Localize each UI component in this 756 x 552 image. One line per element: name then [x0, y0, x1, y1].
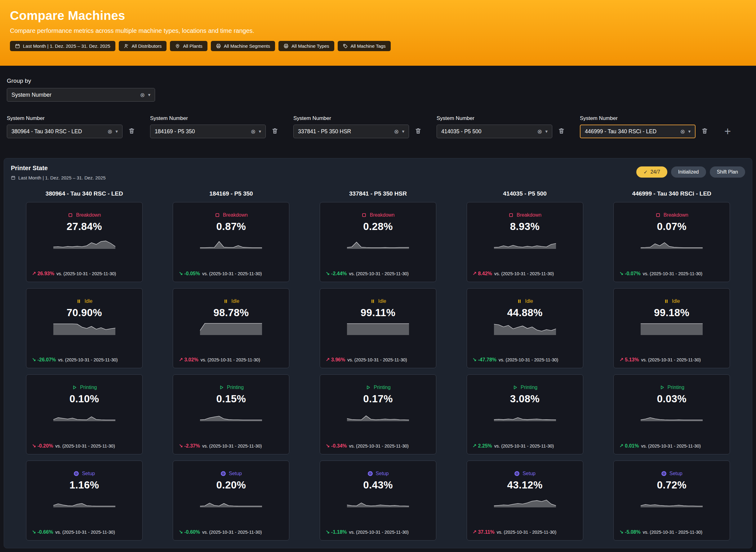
system-number-select[interactable]: 184169 - P5 350⊗▾ [150, 125, 266, 138]
chevron-down-icon[interactable]: ▾ [688, 129, 690, 134]
metric-card-printing-414035-p5-500: Printing3.08%↗ 2.25%vs. (2025-10-31 - 20… [467, 375, 583, 454]
column-header-446999-tau-340-rsci-led: 446999 - Tau 340 RSCi - LED [598, 190, 745, 197]
clear-icon[interactable]: ⊗ [108, 128, 113, 135]
system-number-select[interactable]: 380964 - Tau 340 RSC - LED⊗▾ [7, 125, 122, 138]
metric-cards-grid: Breakdown27.84%↗ 26.93%vs. (2025-10-31 -… [11, 202, 745, 541]
printing-icon [512, 385, 518, 390]
system-number-select[interactable]: 446999 - Tau 340 RSCi - LED⊗▾ [580, 125, 696, 138]
idle-icon [517, 298, 522, 304]
trash-icon [128, 127, 135, 135]
trend-up-icon: ↗ [619, 443, 625, 448]
trend-down-icon: ↘ [326, 271, 331, 276]
delete-selector-button[interactable] [701, 127, 708, 135]
panel-button-initialized[interactable]: Initialized [671, 166, 706, 177]
setup-icon [221, 471, 226, 476]
metric-value: 44.88% [507, 307, 542, 319]
system-number-select[interactable]: 337841 - P5 350 HSR⊗▾ [293, 125, 409, 138]
filter-chip-last-month-1-dez-2025-31-dez-2025[interactable]: Last Month | 1. Dez. 2025 – 31. Dez. 202… [10, 41, 115, 51]
sparkline-chart [200, 235, 262, 249]
comparison-period: vs. (2025-10-31 - 2025-11-30) [494, 443, 554, 448]
metric-head: Idle [76, 298, 92, 304]
page-subtitle: Compare performance metrics across multi… [10, 27, 746, 34]
filter-chip-all-plants[interactable]: All Plants [170, 41, 208, 51]
filter-bar: Last Month | 1. Dez. 2025 – 31. Dez. 202… [10, 41, 746, 51]
trend-percent: 0.01% [625, 443, 639, 448]
sparkline-chart [200, 494, 262, 507]
comparison-period: vs. (2025-10-31 - 2025-11-30) [497, 530, 556, 535]
trend-up-icon: ↗ [473, 529, 478, 535]
trend-up-icon: ↗ [473, 443, 478, 448]
chevron-down-icon[interactable]: ▾ [259, 129, 261, 134]
trend-line: ↗ 0.01%vs. (2025-10-31 - 2025-11-30) [619, 442, 724, 450]
chevron-down-icon[interactable]: ▾ [115, 129, 118, 134]
chevron-down-icon[interactable]: ▾ [402, 129, 404, 134]
sparkline-chart [53, 321, 115, 335]
filter-chip-all-distributors[interactable]: All Distributors [119, 41, 167, 51]
metric-value: 98.78% [213, 307, 249, 319]
metric-card-printing-184169-p5-350: Printing0.15%↘ -2.37%vs. (2025-10-31 - 2… [173, 375, 289, 454]
filter-chip-all-machine-tags[interactable]: All Machine Tags [338, 41, 391, 51]
metric-label: Breakdown [370, 212, 394, 218]
add-selector-button[interactable]: + [724, 126, 731, 137]
delete-selector-button[interactable] [128, 127, 135, 135]
comparison-period: vs. (2025-10-31 - 2025-11-30) [349, 443, 409, 448]
metric-label: Setup [669, 471, 682, 476]
trend-line: ↘ -47.78%vs. (2025-10-31 - 2025-11-30) [473, 356, 578, 364]
clear-icon[interactable]: ⊗ [251, 128, 256, 135]
metric-label: Breakdown [664, 212, 688, 218]
trend-percent: 8.42% [478, 271, 492, 276]
idle-icon [664, 298, 669, 304]
chevron-down-icon[interactable]: ▾ [148, 92, 150, 98]
metric-label: Idle [231, 298, 239, 304]
trend-percent: -26.07% [37, 357, 56, 362]
metric-card-setup-380964-tau-340-rsc-led: Setup1.16%↘ -0.66%vs. (2025-10-31 - 2025… [26, 460, 143, 541]
trash-icon [701, 127, 708, 135]
trend-value: ↘ -2.44% [326, 271, 347, 276]
system-number-select[interactable]: 414035 - P5 500⊗▾ [436, 125, 552, 138]
metric-value: 43.12% [507, 479, 542, 491]
group-by-select[interactable]: System Number ⊗ ▾ [7, 88, 155, 102]
metric-label: Printing [80, 385, 97, 390]
clear-icon[interactable]: ⊗ [140, 92, 145, 99]
trend-percent: -2.37% [184, 443, 200, 448]
sparkline-chart [53, 235, 115, 249]
metric-head: Breakdown [215, 212, 248, 218]
selector-label: System Number [293, 115, 422, 122]
delete-selector-button[interactable] [271, 127, 278, 135]
comparison-period: vs. (2025-10-31 - 2025-11-30) [349, 530, 409, 535]
selector-group: System Number184169 - P5 350⊗▾ [150, 115, 278, 138]
panel-button-24-7[interactable]: ✓24/7 [636, 166, 667, 177]
filter-chip-all-machine-segments[interactable]: All Machine Segments [211, 41, 275, 51]
breakdown-icon [68, 212, 73, 218]
setup-icon [367, 471, 373, 476]
metric-head: Breakdown [361, 212, 394, 218]
panel-buttons: ✓24/7InitializedShift Plan [636, 166, 745, 177]
clear-icon[interactable]: ⊗ [680, 128, 685, 135]
panel-period: Last Month | 1. Dez. 2025 – 31. Dez. 202… [11, 175, 106, 180]
delete-selector-button[interactable] [414, 127, 422, 135]
trend-percent: 26.93% [37, 271, 54, 276]
panel-button-label: 24/7 [651, 169, 660, 175]
delete-selector-button[interactable] [558, 127, 565, 135]
sparkline-chart [641, 494, 703, 507]
metric-label: Printing [521, 385, 537, 390]
trend-percent: -0.60% [184, 529, 200, 535]
metric-label: Printing [374, 385, 390, 390]
selector-label: System Number [150, 115, 278, 122]
clear-icon[interactable]: ⊗ [394, 128, 399, 135]
metric-label: Setup [376, 471, 389, 476]
metric-label: Breakdown [76, 212, 101, 218]
printing-icon [72, 385, 77, 390]
chevron-down-icon[interactable]: ▾ [545, 129, 548, 134]
clear-icon[interactable]: ⊗ [537, 128, 542, 135]
metric-card-printing-380964-tau-340-rsc-led: Printing0.10%↘ -0.20%vs. (2025-10-31 - 2… [26, 375, 143, 454]
selector-label: System Number [436, 115, 565, 122]
trend-percent: 37.11% [478, 529, 494, 535]
filter-chip-all-machine-types[interactable]: All Machine Types [278, 41, 334, 51]
trend-value: ↗ 3.02% [178, 357, 198, 362]
comparison-period: vs. (2025-10-31 - 2025-11-30) [202, 443, 262, 448]
calendar-icon [11, 175, 15, 180]
panel-button-shift-plan[interactable]: Shift Plan [710, 166, 745, 177]
panel-button-label: Initialized [678, 169, 699, 175]
trend-line: ↘ -2.37%vs. (2025-10-31 - 2025-11-30) [178, 442, 283, 450]
